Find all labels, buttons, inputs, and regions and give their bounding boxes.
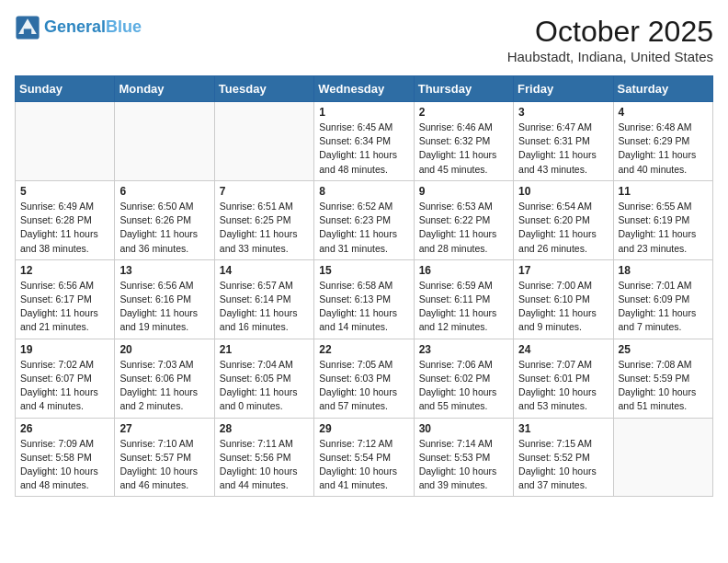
day-number: 19 [20, 343, 109, 356]
day-cell [115, 102, 214, 181]
day-info: Sunrise: 7:04 AM Sunset: 6:05 PM Dayligh… [220, 358, 309, 414]
day-number: 5 [20, 185, 109, 198]
day-number: 29 [319, 422, 408, 435]
day-cell: 29Sunrise: 7:12 AM Sunset: 5:54 PM Dayli… [314, 418, 414, 497]
day-number: 1 [319, 106, 408, 119]
day-info: Sunrise: 7:03 AM Sunset: 6:06 PM Dayligh… [119, 358, 209, 414]
day-cell: 24Sunrise: 7:07 AM Sunset: 6:01 PM Dayli… [514, 339, 613, 418]
day-number: 7 [220, 185, 309, 198]
day-number: 14 [220, 264, 309, 277]
day-number: 2 [419, 106, 508, 119]
day-info: Sunrise: 6:52 AM Sunset: 6:23 PM Dayligh… [319, 200, 408, 256]
day-number: 30 [419, 422, 508, 435]
day-number: 11 [619, 185, 708, 198]
day-cell: 13Sunrise: 6:56 AM Sunset: 6:16 PM Dayli… [115, 259, 214, 339]
day-info: Sunrise: 7:06 AM Sunset: 6:02 PM Dayligh… [419, 358, 508, 414]
day-cell: 9Sunrise: 6:53 AM Sunset: 6:22 PM Daylig… [414, 180, 513, 259]
day-cell: 7Sunrise: 6:51 AM Sunset: 6:25 PM Daylig… [214, 180, 313, 259]
day-cell [16, 102, 115, 181]
day-cell: 3Sunrise: 6:47 AM Sunset: 6:31 PM Daylig… [514, 102, 613, 181]
week-row-3: 12Sunrise: 6:56 AM Sunset: 6:17 PM Dayli… [16, 259, 713, 339]
weekday-header-friday: Friday [514, 76, 613, 102]
day-info: Sunrise: 6:53 AM Sunset: 6:22 PM Dayligh… [419, 200, 508, 256]
day-info: Sunrise: 6:54 AM Sunset: 6:20 PM Dayligh… [518, 200, 608, 256]
weekday-header-wednesday: Wednesday [314, 76, 414, 102]
day-number: 16 [419, 264, 508, 277]
day-info: Sunrise: 6:59 AM Sunset: 6:11 PM Dayligh… [419, 279, 508, 335]
day-number: 22 [319, 343, 408, 356]
weekday-header-saturday: Saturday [613, 76, 712, 102]
day-info: Sunrise: 6:48 AM Sunset: 6:29 PM Dayligh… [619, 121, 708, 177]
day-info: Sunrise: 6:45 AM Sunset: 6:34 PM Dayligh… [319, 121, 408, 177]
logo-icon [15, 15, 40, 40]
day-cell: 28Sunrise: 7:11 AM Sunset: 5:56 PM Dayli… [214, 418, 313, 497]
day-number: 12 [20, 264, 109, 277]
day-number: 20 [119, 343, 209, 356]
day-cell: 19Sunrise: 7:02 AM Sunset: 6:07 PM Dayli… [16, 339, 115, 418]
day-info: Sunrise: 6:51 AM Sunset: 6:25 PM Dayligh… [220, 200, 309, 256]
day-info: Sunrise: 6:56 AM Sunset: 6:17 PM Dayligh… [20, 279, 109, 335]
day-cell: 27Sunrise: 7:10 AM Sunset: 5:57 PM Dayli… [115, 418, 214, 497]
day-cell: 21Sunrise: 7:04 AM Sunset: 6:05 PM Dayli… [214, 339, 313, 418]
day-number: 13 [119, 264, 209, 277]
title-block: October 2025 Haubstadt, Indiana, United … [507, 15, 713, 64]
day-cell: 5Sunrise: 6:49 AM Sunset: 6:28 PM Daylig… [16, 180, 115, 259]
day-cell: 11Sunrise: 6:55 AM Sunset: 6:19 PM Dayli… [613, 180, 712, 259]
weekday-header-monday: Monday [115, 76, 214, 102]
day-cell: 2Sunrise: 6:46 AM Sunset: 6:32 PM Daylig… [414, 102, 513, 181]
day-cell: 31Sunrise: 7:15 AM Sunset: 5:52 PM Dayli… [514, 418, 613, 497]
svg-rect-2 [24, 29, 31, 34]
logo-line2: Blue [106, 17, 142, 36]
logo-line1: General [44, 17, 106, 36]
day-cell: 26Sunrise: 7:09 AM Sunset: 5:58 PM Dayli… [16, 418, 115, 497]
day-info: Sunrise: 6:47 AM Sunset: 6:31 PM Dayligh… [518, 121, 608, 177]
day-cell: 17Sunrise: 7:00 AM Sunset: 6:10 PM Dayli… [514, 259, 613, 339]
day-info: Sunrise: 7:05 AM Sunset: 6:03 PM Dayligh… [319, 358, 408, 414]
day-number: 26 [20, 422, 109, 435]
day-info: Sunrise: 6:49 AM Sunset: 6:28 PM Dayligh… [20, 200, 109, 256]
day-number: 24 [518, 343, 608, 356]
day-cell: 1Sunrise: 6:45 AM Sunset: 6:34 PM Daylig… [314, 102, 414, 181]
day-cell [214, 102, 313, 181]
day-info: Sunrise: 7:02 AM Sunset: 6:07 PM Dayligh… [20, 358, 109, 414]
day-info: Sunrise: 7:11 AM Sunset: 5:56 PM Dayligh… [220, 437, 309, 493]
day-cell: 30Sunrise: 7:14 AM Sunset: 5:53 PM Dayli… [414, 418, 513, 497]
day-number: 8 [319, 185, 408, 198]
logo-text: GeneralBlue [44, 17, 142, 38]
day-info: Sunrise: 6:57 AM Sunset: 6:14 PM Dayligh… [220, 279, 309, 335]
day-info: Sunrise: 7:10 AM Sunset: 5:57 PM Dayligh… [119, 437, 209, 493]
day-info: Sunrise: 7:01 AM Sunset: 6:09 PM Dayligh… [619, 279, 708, 335]
day-number: 25 [619, 343, 708, 356]
day-info: Sunrise: 6:56 AM Sunset: 6:16 PM Dayligh… [119, 279, 209, 335]
day-number: 17 [518, 264, 608, 277]
day-number: 27 [119, 422, 209, 435]
day-number: 4 [619, 106, 708, 119]
week-row-5: 26Sunrise: 7:09 AM Sunset: 5:58 PM Dayli… [16, 418, 713, 497]
calendar-title: October 2025 [507, 15, 713, 49]
day-number: 9 [419, 185, 508, 198]
day-info: Sunrise: 7:14 AM Sunset: 5:53 PM Dayligh… [419, 437, 508, 493]
logo: GeneralBlue [15, 15, 142, 40]
day-info: Sunrise: 6:58 AM Sunset: 6:13 PM Dayligh… [319, 279, 408, 335]
page-header: GeneralBlue October 2025 Haubstadt, Indi… [15, 15, 713, 64]
day-info: Sunrise: 7:12 AM Sunset: 5:54 PM Dayligh… [319, 437, 408, 493]
weekday-header-thursday: Thursday [414, 76, 513, 102]
day-info: Sunrise: 7:08 AM Sunset: 5:59 PM Dayligh… [619, 358, 708, 414]
weekday-header-row: SundayMondayTuesdayWednesdayThursdayFrid… [16, 76, 713, 102]
day-cell: 22Sunrise: 7:05 AM Sunset: 6:03 PM Dayli… [314, 339, 414, 418]
day-cell: 25Sunrise: 7:08 AM Sunset: 5:59 PM Dayli… [613, 339, 712, 418]
day-cell: 10Sunrise: 6:54 AM Sunset: 6:20 PM Dayli… [514, 180, 613, 259]
week-row-4: 19Sunrise: 7:02 AM Sunset: 6:07 PM Dayli… [16, 339, 713, 418]
day-number: 31 [518, 422, 608, 435]
weekday-header-sunday: Sunday [16, 76, 115, 102]
day-info: Sunrise: 6:55 AM Sunset: 6:19 PM Dayligh… [619, 200, 708, 256]
day-info: Sunrise: 6:46 AM Sunset: 6:32 PM Dayligh… [419, 121, 508, 177]
day-info: Sunrise: 7:15 AM Sunset: 5:52 PM Dayligh… [518, 437, 608, 493]
day-info: Sunrise: 6:50 AM Sunset: 6:26 PM Dayligh… [119, 200, 209, 256]
day-number: 28 [220, 422, 309, 435]
day-number: 10 [518, 185, 608, 198]
week-row-2: 5Sunrise: 6:49 AM Sunset: 6:28 PM Daylig… [16, 180, 713, 259]
day-cell: 18Sunrise: 7:01 AM Sunset: 6:09 PM Dayli… [613, 259, 712, 339]
day-cell [613, 418, 712, 497]
day-cell: 12Sunrise: 6:56 AM Sunset: 6:17 PM Dayli… [16, 259, 115, 339]
